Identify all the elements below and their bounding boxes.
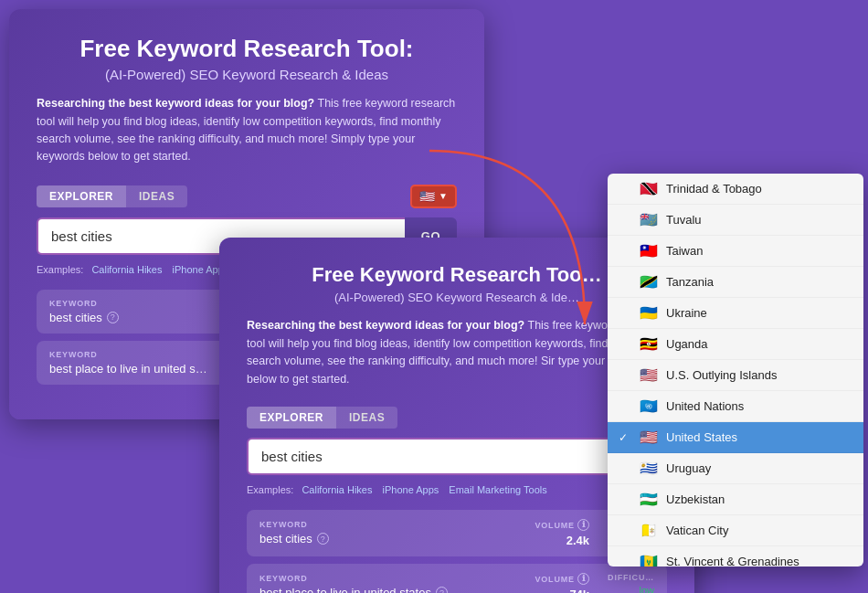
fg-kw1-volume-label: VOLUME ℹ (535, 519, 589, 531)
fg-kw2-meta: VOLUME ℹ 74k DIFFICU… low (535, 573, 654, 593)
dropdown-item-flag-icon: 🇺🇸 (639, 429, 659, 446)
dropdown-item-name: U.S. Outlying Islands (666, 368, 777, 382)
bg-card-title: Free Keyword Research Tool: (37, 35, 457, 63)
fg-keyword-card-2: KEYWORD best place to live in united sta… (247, 564, 667, 593)
fg-examples-label: Examples: (247, 484, 293, 495)
fg-example-2[interactable]: iPhone Apps (383, 484, 439, 495)
dropdown-item-tanzania[interactable]: 🇹🇿Tanzania (608, 267, 863, 298)
fg-kw2-volume-value: 74k (535, 588, 589, 593)
dropdown-item-name: Tanzania (666, 275, 714, 289)
dropdown-item-flag-icon: 🇺🇬 (639, 335, 659, 353)
bg-flag-button[interactable]: 🇺🇸 ▼ (410, 185, 457, 208)
dropdown-item-name: Taiwan (666, 244, 703, 258)
bg-examples-label: Examples: (37, 264, 83, 275)
bg-kw2-value: best place to live in united s… (49, 362, 207, 376)
bg-kw1-label: KEYWORD (49, 299, 119, 308)
fg-card-desc-strong: Researching the best keyword ideas for y… (247, 319, 524, 332)
bg-tabs-row: EXPLORER IDEAS 🇺🇸 ▼ (37, 185, 457, 208)
dropdown-item-name: St. Vincent & Grenadines (666, 555, 799, 567)
dropdown-item-name: Uganda (666, 337, 708, 351)
dropdown-item-flag-icon: 🇺🇳 (639, 397, 659, 415)
dropdown-item-flag-icon: 🇺🇦 (639, 304, 659, 322)
dropdown-item-flag-icon: 🇻🇦 (639, 522, 659, 539)
dropdown-item-tuvalu[interactable]: 🇹🇻Tuvalu (608, 205, 863, 236)
dropdown-item-flag-icon: 🇺🇿 (639, 491, 659, 508)
dropdown-item-name: Vatican City (666, 524, 728, 537)
dropdown-item-united-nations[interactable]: 🇺🇳United Nations (608, 391, 863, 422)
fg-card-title: Free Keyword Research Too… (247, 263, 667, 287)
dropdown-item-flag-icon: 🇹🇿 (639, 273, 659, 291)
fg-card-desc: Researching the best keyword ideas for y… (247, 317, 667, 388)
dropdown-item-name: United Nations (666, 399, 744, 413)
dropdown-item-name: Ukraine (666, 306, 707, 320)
dropdown-item-u.s.-outlying-islands[interactable]: 🇺🇲U.S. Outlying Islands (608, 360, 863, 391)
dropdown-item-name: Uruguay (666, 461, 711, 475)
dropdown-item-name: United States (666, 430, 737, 444)
dropdown-item-vatican-city[interactable]: 🇻🇦Vatican City (608, 515, 863, 546)
bg-kw1-info-icon[interactable]: ? (107, 312, 119, 323)
bg-example-1[interactable]: California Hikes (91, 264, 162, 275)
dropdown-item-flag-icon: 🇹🇼 (639, 242, 659, 259)
fg-examples: Examples: California Hikes iPhone Apps E… (247, 484, 667, 495)
fg-kw2-value: best place to live in united states ? (259, 586, 448, 593)
fg-example-3[interactable]: Email Marketing Tools (449, 484, 546, 495)
fg-search-input[interactable] (247, 438, 615, 475)
fg-kw2-diff-value: low (608, 585, 654, 593)
dropdown-item-flag-icon: 🇻🇨 (639, 553, 659, 567)
fg-kw2-diff-block: DIFFICU… low (608, 573, 654, 593)
bg-card-desc: Researching the best keyword ideas for y… (37, 95, 457, 166)
dropdown-item-flag-icon: 🇹🇹 (639, 180, 659, 197)
bg-kw1-value: best cities ? (49, 311, 119, 324)
country-dropdown[interactable]: 🇹🇹Trinidad & Tobago🇹🇻Tuvalu🇹🇼Taiwan🇹🇿Tan… (608, 174, 863, 567)
dropdown-item-st.-vincent-&-grenadines[interactable]: 🇻🇨St. Vincent & Grenadines (608, 546, 863, 567)
bg-card-desc-strong: Researching the best keyword ideas for y… (37, 97, 314, 110)
fg-kw2-label: KEYWORD (259, 574, 448, 583)
bg-tabs: EXPLORER IDEAS (37, 185, 187, 207)
fg-keyword-card-1: KEYWORD best cities ? VOLUME ℹ 2.4k DIFF… (247, 510, 667, 556)
fg-tab-ideas[interactable]: IDEAS (336, 407, 397, 429)
fg-tab-explorer[interactable]: EXPLORER (247, 407, 336, 429)
dropdown-item-taiwan[interactable]: 🇹🇼Taiwan (608, 236, 863, 267)
fg-kw1-info-icon[interactable]: ? (317, 533, 329, 545)
fg-example-1[interactable]: California Hikes (302, 484, 372, 495)
fg-kw1-volume-block: VOLUME ℹ 2.4k (535, 519, 589, 547)
dropdown-item-check-icon: ✓ (619, 431, 631, 444)
dropdown-item-ukraine[interactable]: 🇺🇦Ukraine (608, 298, 863, 329)
fg-kw1-vol-info-icon[interactable]: ℹ (577, 519, 589, 531)
fg-tabs-row: EXPLORER IDEAS (247, 407, 667, 429)
dropdown-item-flag-icon: 🇹🇻 (639, 211, 659, 228)
fg-kw1-label: KEYWORD (259, 520, 329, 529)
dropdown-item-flag-icon: 🇺🇾 (639, 460, 659, 477)
bg-tab-explorer[interactable]: EXPLORER (37, 185, 126, 207)
fg-search-row: GO (247, 438, 667, 475)
bg-tab-ideas[interactable]: IDEAS (126, 185, 187, 207)
fg-kw1-value: best cities ? (259, 532, 329, 545)
dropdown-item-flag-icon: 🇺🇲 (639, 366, 659, 384)
dropdown-item-uzbekistan[interactable]: 🇺🇿Uzbekistan (608, 484, 863, 515)
fg-kw1-volume-value: 2.4k (535, 534, 589, 547)
bg-flag-arrow-icon: ▼ (439, 191, 448, 201)
fg-kw2-info-icon[interactable]: ? (436, 587, 448, 593)
dropdown-item-united-states[interactable]: ✓🇺🇸United States (608, 422, 863, 453)
fg-card-subtitle: (AI-Powered) SEO Keyword Research & Ide… (247, 291, 667, 304)
fg-kw2-diff-label: DIFFICU… (608, 573, 654, 582)
dropdown-item-uruguay[interactable]: 🇺🇾Uruguay (608, 453, 863, 484)
dropdown-item-name: Uzbekistan (666, 492, 725, 506)
fg-tabs: EXPLORER IDEAS (247, 407, 397, 429)
dropdown-item-trinidad-&-tobago[interactable]: 🇹🇹Trinidad & Tobago (608, 174, 863, 205)
dropdown-item-name: Tuvalu (666, 213, 702, 227)
fg-kw2-volume-block: VOLUME ℹ 74k (535, 573, 589, 593)
bg-card-subtitle: (AI-Powered) SEO Keyword Research & Idea… (37, 67, 457, 82)
fg-kw2-volume-label: VOLUME ℹ (535, 573, 589, 585)
dropdown-item-uganda[interactable]: 🇺🇬Uganda (608, 329, 863, 360)
dropdown-item-name: Trinidad & Tobago (666, 182, 762, 196)
bg-flag-emoji: 🇺🇸 (419, 189, 435, 204)
bg-kw2-label: KEYWORD (49, 350, 207, 359)
fg-kw2-vol-info-icon[interactable]: ℹ (577, 573, 589, 585)
